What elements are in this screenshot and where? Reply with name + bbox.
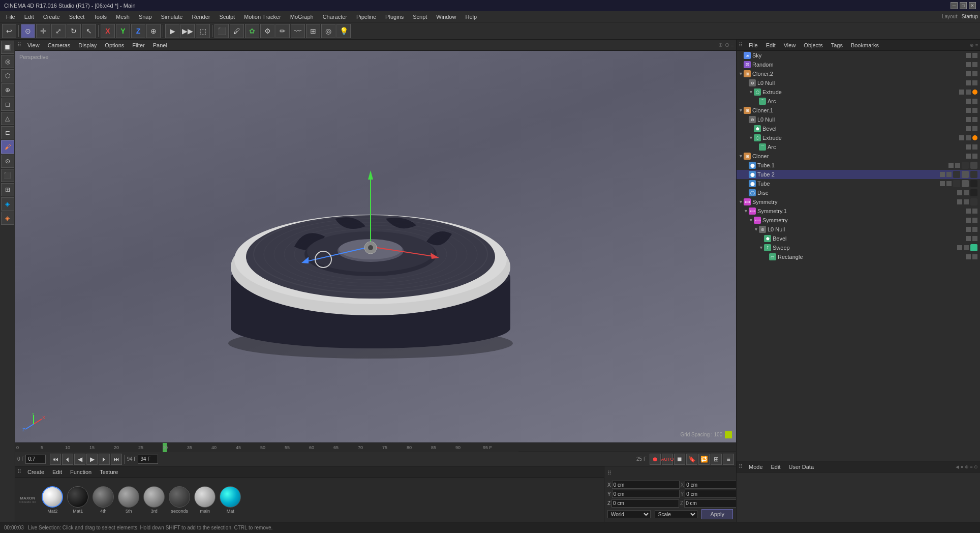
sym1-check2[interactable] bbox=[972, 209, 977, 214]
tree-arc-c2[interactable]: ⌒ Arc bbox=[737, 97, 980, 106]
arc-c1-check1[interactable] bbox=[966, 144, 971, 150]
mat-menu-edit[interactable]: Edit bbox=[50, 469, 64, 475]
arc-c2-check1[interactable] bbox=[966, 99, 971, 104]
tree-extrude-c2[interactable]: ▼ ⬡ Extrude bbox=[737, 87, 980, 97]
y-axis-button[interactable]: Y bbox=[116, 24, 130, 38]
menu-create[interactable]: Create bbox=[39, 13, 64, 21]
tree-bevel[interactable]: ⬟ Bevel bbox=[737, 124, 980, 133]
left-btn-4[interactable]: ⊕ bbox=[1, 83, 14, 97]
material-3rd[interactable]: 3rd bbox=[143, 486, 165, 514]
cloner2-check1[interactable] bbox=[966, 71, 971, 76]
bevel-check1[interactable] bbox=[966, 126, 971, 131]
tree-null-sym[interactable]: ▼ ⊙ L0 Null bbox=[737, 225, 980, 234]
om-menu-file[interactable]: File bbox=[747, 42, 760, 48]
prev-frame[interactable]: ⏴ bbox=[62, 454, 73, 465]
coord-x-input[interactable] bbox=[612, 481, 680, 489]
material-seconds[interactable]: seconds bbox=[169, 486, 190, 514]
left-btn-12[interactable]: ◈ bbox=[1, 197, 14, 211]
viewport-menu-filter[interactable]: Filter bbox=[130, 42, 146, 48]
coord-y-input[interactable] bbox=[612, 490, 680, 498]
snake-button[interactable]: 〰 bbox=[291, 24, 305, 38]
tree-random[interactable]: ⚄ Random bbox=[737, 60, 980, 69]
tree-extrude-c1[interactable]: ▼ ⬡ Extrude bbox=[737, 133, 980, 142]
tree-sweep[interactable]: ▼ ⤴ Sweep bbox=[737, 243, 980, 252]
tree-null-c2[interactable]: ⊙ L0 Null bbox=[737, 78, 980, 87]
arc-c1-check2[interactable] bbox=[972, 144, 977, 150]
am-menu-mode[interactable]: Mode bbox=[747, 464, 765, 470]
om-menu-bookmarks[interactable]: Bookmarks bbox=[849, 42, 881, 48]
cloner1-check2[interactable] bbox=[972, 108, 977, 113]
arc-c2-check2[interactable] bbox=[972, 99, 977, 104]
brush-button[interactable]: 🖊 bbox=[230, 24, 244, 38]
menu-pipeline[interactable]: Pipeline bbox=[352, 13, 380, 21]
tree-symmetry2[interactable]: ▼ ⟺ Symmetry bbox=[737, 216, 980, 225]
sym2-check2[interactable] bbox=[972, 218, 977, 223]
menu-snap[interactable]: Snap bbox=[135, 13, 156, 21]
frame-input[interactable] bbox=[25, 455, 46, 464]
play-to-start[interactable]: ⏮ bbox=[50, 454, 61, 465]
menu-mograph[interactable]: MoGraph bbox=[286, 13, 318, 21]
ring-button[interactable]: ◎ bbox=[321, 24, 335, 38]
menu-script[interactable]: Script bbox=[409, 13, 431, 21]
tree-symmetry[interactable]: ▼ ⟺ Symmetry bbox=[737, 197, 980, 206]
live-select-button[interactable]: ⊙ bbox=[21, 24, 35, 38]
viewport-menu-panel[interactable]: Panel bbox=[151, 42, 169, 48]
tree-tube[interactable]: ⬤ Tube bbox=[737, 179, 980, 188]
tree-null-c1[interactable]: ⊙ L0 Null bbox=[737, 115, 980, 124]
left-btn-2[interactable]: ◎ bbox=[1, 55, 14, 68]
menu-sculpt[interactable]: Sculpt bbox=[215, 13, 239, 21]
tree-arc-c1[interactable]: ⌒ Arc bbox=[737, 142, 980, 152]
sweep-check2[interactable] bbox=[964, 245, 969, 250]
left-btn-13[interactable]: ◈ bbox=[1, 212, 14, 225]
bevel-sym-check1[interactable] bbox=[966, 236, 971, 241]
am-menu-userdata[interactable]: User Data bbox=[787, 464, 816, 470]
mat-menu-function[interactable]: Function bbox=[68, 469, 94, 475]
null-sym-check2[interactable] bbox=[972, 227, 977, 232]
menu-mesh[interactable]: Mesh bbox=[112, 13, 134, 21]
extrude-c2-check1[interactable] bbox=[959, 90, 964, 95]
next-frame[interactable]: ⏵ bbox=[99, 454, 110, 465]
random-check1[interactable] bbox=[966, 62, 971, 67]
mat-menu-texture[interactable]: Texture bbox=[98, 469, 120, 475]
undo-button[interactable]: ↩ bbox=[2, 24, 16, 38]
menu-motion-tracker[interactable]: Motion Tracker bbox=[240, 13, 285, 21]
null-c1-check1[interactable] bbox=[966, 117, 971, 122]
play-forward[interactable]: ▶ bbox=[86, 454, 98, 465]
sym2-check1[interactable] bbox=[966, 218, 971, 223]
coord-scale-dropdown[interactable]: Scale Size bbox=[655, 510, 698, 518]
extrude-c1-check1[interactable] bbox=[959, 135, 964, 140]
extrude-c1-check2[interactable] bbox=[966, 135, 971, 140]
pen-button[interactable]: ✏ bbox=[275, 24, 290, 38]
menu-help[interactable]: Help bbox=[461, 13, 481, 21]
rect-check1[interactable] bbox=[966, 254, 971, 259]
play-to-end[interactable]: ⏭ bbox=[111, 454, 122, 465]
om-menu-view[interactable]: View bbox=[782, 42, 798, 48]
stop-btn[interactable]: ⏹ bbox=[674, 454, 685, 465]
material-main[interactable]: main bbox=[194, 486, 216, 514]
rotate-button[interactable]: ↻ bbox=[67, 24, 81, 38]
move-button[interactable]: ✛ bbox=[36, 24, 50, 38]
grid-button[interactable]: ⊞ bbox=[306, 24, 320, 38]
tube2-check2[interactable] bbox=[946, 172, 952, 177]
left-btn-7[interactable]: ⊏ bbox=[1, 126, 14, 139]
material-5th[interactable]: 5th bbox=[118, 486, 139, 514]
tube2-check1[interactable] bbox=[940, 172, 945, 177]
light-button[interactable]: 💡 bbox=[336, 24, 351, 38]
tube1-check2[interactable] bbox=[955, 163, 960, 168]
cloner-check1[interactable] bbox=[966, 154, 971, 159]
viewport-menu-view[interactable]: View bbox=[25, 42, 42, 48]
left-btn-9[interactable]: ⊙ bbox=[1, 155, 14, 168]
gear-button[interactable]: ⚙ bbox=[260, 24, 274, 38]
left-btn-3[interactable]: ⬡ bbox=[1, 69, 14, 82]
tree-bevel-sym[interactable]: ⬟ Bevel bbox=[737, 234, 980, 243]
material-mat[interactable]: Mat bbox=[220, 486, 241, 514]
play-backward[interactable]: ◀ bbox=[74, 454, 85, 465]
cloner2-check2[interactable] bbox=[972, 71, 977, 76]
sym-check1[interactable] bbox=[957, 199, 962, 204]
om-menu-objects[interactable]: Objects bbox=[802, 42, 824, 48]
x-axis-button[interactable]: X bbox=[101, 24, 115, 38]
bevel-sym-check2[interactable] bbox=[972, 236, 977, 241]
render-active-button[interactable]: ▶▶ bbox=[180, 24, 195, 38]
tree-tube1[interactable]: ⬤ Tube.1 bbox=[737, 161, 980, 170]
record-btn[interactable]: ⏺ bbox=[650, 454, 661, 465]
